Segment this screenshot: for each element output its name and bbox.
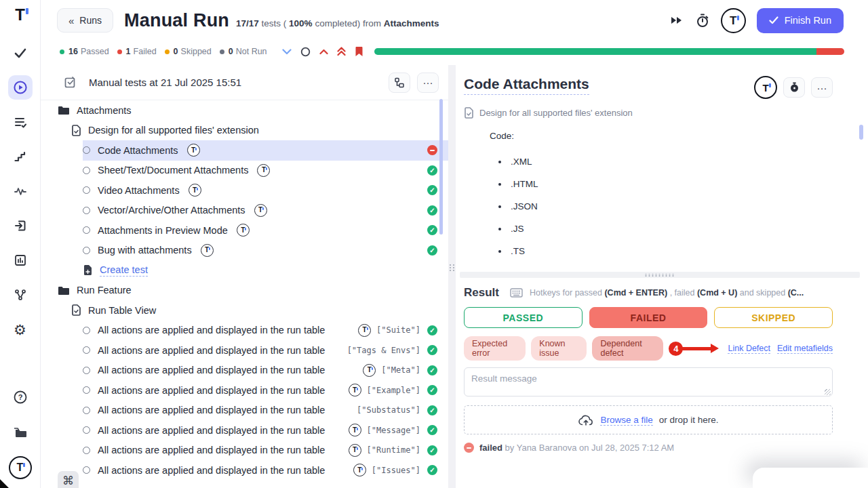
sidebar-item-checks[interactable] <box>8 41 33 65</box>
collapse-chevron-icon[interactable] <box>282 49 292 55</box>
link-defect-link[interactable]: Link Defect <box>728 344 770 354</box>
steps-icon <box>14 150 27 163</box>
suite-breadcrumb[interactable]: Design for all supported files' extensio… <box>479 108 633 118</box>
tree-view-toggle-button[interactable] <box>389 73 410 93</box>
passed-status-icon: ✓ <box>427 425 437 435</box>
sidebar-item-analytics[interactable] <box>8 248 33 272</box>
section-resize-divider[interactable] <box>460 272 860 278</box>
sidebar-nav: ⚙ <box>8 41 33 342</box>
extension-item: .JS <box>498 218 833 240</box>
tree-row-label: All actions are applied and displayed in… <box>98 365 325 375</box>
run-progress-summary: 17/17 tests ( 100% completed) from Attac… <box>236 18 439 28</box>
test-title[interactable]: Code Attachments <box>464 76 589 95</box>
annotation-arrow-icon <box>682 347 711 350</box>
tree-title[interactable]: Manual tests at 21 Jul 2025 15:51 <box>89 77 241 88</box>
tree-row-label: All actions are applied and displayed in… <box>98 385 325 396</box>
tree-row-folder[interactable]: Attachments <box>58 100 448 121</box>
owner-badge-icon: T <box>353 464 366 476</box>
sidebar-item-branches[interactable] <box>8 283 33 307</box>
tree-row-test[interactable]: All actions are applied and displayed in… <box>83 460 448 481</box>
workspace-logo-button[interactable]: T <box>8 455 33 480</box>
passed-status-icon: ✓ <box>427 225 437 235</box>
test-owner-badge[interactable]: T <box>754 76 777 99</box>
test-timer-button[interactable] <box>783 77 805 98</box>
owner-badge-icon: T <box>349 444 361 457</box>
edit-metafields-link[interactable]: Edit metafields <box>777 344 833 354</box>
panel-resize-divider[interactable] <box>448 65 456 488</box>
tree-row-test[interactable]: All actions are applied and displayed in… <box>83 441 448 461</box>
tree-row-folder[interactable]: Run Feature <box>58 281 448 301</box>
result-skipped-button[interactable]: SKIPPED <box>714 307 833 328</box>
play-circle-icon <box>13 80 28 95</box>
test-more-button[interactable]: ··· <box>811 77 833 98</box>
tree-row-label: Attachments <box>77 105 132 116</box>
resize-handle-icon[interactable] <box>825 389 831 395</box>
tree-row-test[interactable]: Vector/Archive/Other AttachmentsT✓ <box>83 201 448 221</box>
result-passed-button[interactable]: PASSED <box>464 307 583 328</box>
document-check-icon <box>71 125 81 136</box>
detail-scrollbar-thumb[interactable] <box>859 125 863 140</box>
help-button[interactable]: ? <box>8 385 33 409</box>
priority-double-up-icon[interactable] <box>337 47 346 56</box>
tree-row-doc[interactable]: Design for all supported files' extensio… <box>71 121 448 141</box>
failed-status-icon <box>464 443 474 453</box>
tree-row-create-test[interactable]: Create test <box>83 260 448 281</box>
floating-widget[interactable] <box>753 468 868 488</box>
tree-row-test[interactable]: All actions are applied and displayed in… <box>83 401 448 421</box>
result-substatus-pills: Expected errorKnown issueDependent defec… <box>464 336 669 361</box>
status-stat: 16Passed <box>60 47 109 56</box>
owner-badge-icon: T <box>237 224 250 237</box>
tree-more-button[interactable]: ··· <box>417 73 439 93</box>
tree-row-test[interactable]: All actions are applied and displayed in… <box>83 361 448 381</box>
tree-row-test[interactable]: All actions are applied and displayed in… <box>83 340 448 361</box>
tree-row-test[interactable]: Video AttachmentsT✓ <box>83 180 448 201</box>
sidebar-item-pulse[interactable] <box>8 179 33 203</box>
file-dropzone[interactable]: Browse a file or drop it here. <box>464 405 833 434</box>
browse-file-link[interactable]: Browse a file <box>600 415 652 426</box>
status-stat: 0Not Run <box>220 47 267 56</box>
status-count: 0 <box>229 47 233 56</box>
substatus-pill[interactable]: Known issue <box>531 336 587 361</box>
tree-row-label: Run Feature <box>77 285 132 296</box>
projects-button[interactable] <box>8 420 33 445</box>
command-key-shortcut[interactable]: ⌘ <box>58 471 79 488</box>
fast-forward-icon[interactable] <box>669 15 684 26</box>
history-status: failed <box>479 443 502 453</box>
tree-row-label: Vector/Archive/Other Attachments <box>98 205 245 216</box>
timer-icon[interactable] <box>695 13 710 28</box>
tree-row-label: All actions are applied and displayed in… <box>98 445 325 455</box>
tree-scrollbar-thumb[interactable] <box>439 99 443 235</box>
result-message-input[interactable] <box>464 367 833 396</box>
passed-status-icon: ✓ <box>427 325 437 336</box>
sidebar-item-steps[interactable] <box>8 144 33 169</box>
substatus-pill[interactable]: Expected error <box>464 336 526 361</box>
substatus-pill[interactable]: Dependent defect <box>592 336 663 361</box>
account-avatar[interactable]: T <box>721 8 746 33</box>
tree-row-test[interactable]: Bug with attachmentsT✓ <box>83 241 448 261</box>
back-to-runs-button[interactable]: « Runs <box>57 8 113 33</box>
priority-up-icon[interactable] <box>319 49 328 55</box>
tree-row-test[interactable]: All actions are applied and displayed in… <box>83 380 448 401</box>
finish-run-button[interactable]: Finish Run <box>757 8 844 33</box>
tree-row-test[interactable]: Attachments in Preview ModeT✓ <box>83 220 448 241</box>
finish-run-label: Finish Run <box>785 15 831 26</box>
sidebar-item-import[interactable] <box>8 214 33 238</box>
tree-row-test[interactable]: Code AttachmentsT <box>83 140 448 161</box>
sidebar-item-settings[interactable]: ⚙ <box>8 317 33 342</box>
sidebar-item-test-plans[interactable] <box>8 110 33 134</box>
branch-icon <box>14 288 27 302</box>
circle-filter-icon[interactable] <box>300 47 311 57</box>
extension-item: .XML <box>498 150 833 173</box>
test-state-circle-icon <box>83 386 90 394</box>
tree-row-label: Sheet/Text/Document Attachments <box>98 165 248 176</box>
sidebar-item-runs[interactable] <box>8 75 33 100</box>
bookmark-icon[interactable] <box>355 46 363 57</box>
tree-row-doc[interactable]: Run Table View <box>71 300 448 321</box>
passed-status-icon: ✓ <box>427 185 437 195</box>
test-detail-panel: Code Attachments T ··· Design for all su… <box>456 65 868 488</box>
tree-row-test[interactable]: Sheet/Text/Document AttachmentsT✓ <box>83 161 448 181</box>
result-failed-button[interactable]: FAILED <box>589 307 708 328</box>
tree-row-test[interactable]: All actions are applied and displayed in… <box>83 321 448 341</box>
passed-status-icon: ✓ <box>427 465 437 475</box>
tree-row-test[interactable]: All actions are applied and displayed in… <box>83 420 448 441</box>
